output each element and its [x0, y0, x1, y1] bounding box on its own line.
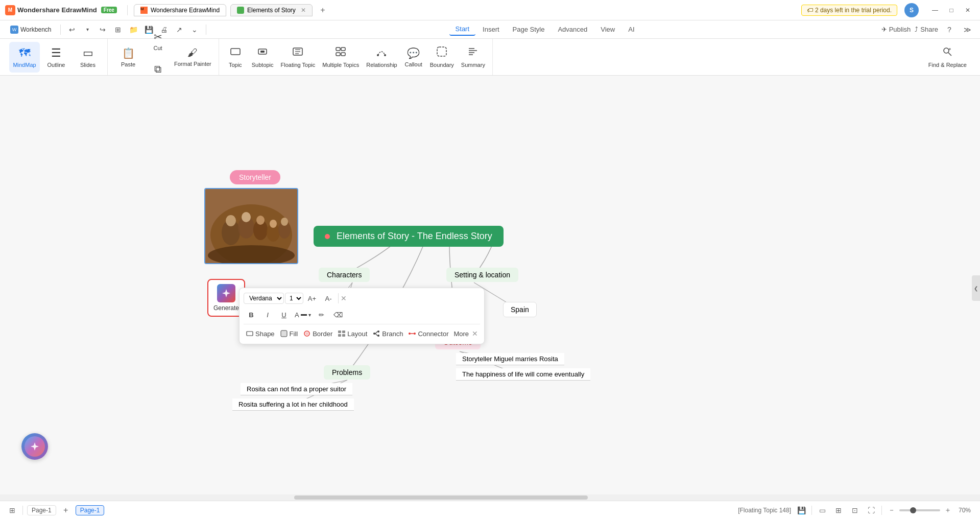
- share-button[interactable]: ⤴ Share: [915, 26, 938, 33]
- image-node[interactable]: [204, 188, 298, 264]
- menu-tab-insert[interactable]: Insert: [476, 23, 506, 36]
- tab-label-story: Elements of Story: [247, 7, 296, 14]
- bold-button[interactable]: B: [244, 308, 259, 322]
- problem-sub2-node[interactable]: Rosita suffering a lot in her childhood: [232, 398, 354, 411]
- menu-tab-start[interactable]: Start: [449, 23, 475, 36]
- font-decrease-button[interactable]: A-: [321, 291, 336, 305]
- trial-text: 2 days left in the trial period.: [815, 7, 892, 14]
- tab-edrawmind[interactable]: M Wondershare EdrawMind: [134, 4, 226, 16]
- font-family-select[interactable]: Verdana: [244, 293, 284, 304]
- highlight-button[interactable]: ✏: [314, 308, 329, 322]
- relationship-button[interactable]: Relationship: [363, 42, 400, 73]
- connector-button[interactable]: Connector: [406, 326, 450, 341]
- user-avatar[interactable]: S: [904, 3, 919, 17]
- characters-node[interactable]: Characters: [319, 268, 370, 282]
- scrollbar-thumb[interactable]: [294, 496, 588, 500]
- border-button[interactable]: Border: [301, 326, 334, 341]
- publish-button[interactable]: ✈ Publish: [881, 26, 911, 33]
- more-options-button[interactable]: More: [451, 326, 471, 341]
- shape-button[interactable]: Shape: [244, 326, 277, 341]
- topic-button[interactable]: Topic: [223, 42, 248, 73]
- view-toggle-button[interactable]: ▭: [816, 504, 828, 516]
- app-logo: M Wondershare EdrawMind Free: [5, 5, 117, 15]
- font-color-dropdown[interactable]: ▾: [308, 312, 311, 318]
- summary-button[interactable]: Summary: [458, 42, 488, 73]
- branch-button[interactable]: Branch: [370, 326, 405, 341]
- ft-collapse-icon[interactable]: ✕: [341, 294, 349, 302]
- floating-toolbar: Verdana 14 A+ A- ✕ B I U A ▾ ✏ ⌫: [239, 288, 485, 344]
- storyteller-node[interactable]: Storyteller: [230, 170, 280, 184]
- menu-tab-page-style[interactable]: Page Style: [507, 23, 551, 36]
- svg-point-50: [377, 331, 379, 333]
- add-page-button[interactable]: +: [60, 505, 71, 516]
- fill-button[interactable]: Fill: [278, 326, 300, 341]
- save-status-button[interactable]: 💾: [795, 504, 807, 516]
- add-tab-button[interactable]: +: [317, 4, 329, 16]
- page-icon-button[interactable]: ⊞: [6, 504, 18, 516]
- spain-node[interactable]: Spain: [503, 302, 537, 317]
- layout-button[interactable]: Layout: [336, 326, 369, 341]
- italic-button[interactable]: I: [260, 308, 275, 322]
- slides-view-button[interactable]: ▭ Slides: [73, 42, 103, 73]
- generate-icon: [217, 284, 235, 302]
- open-button[interactable]: 📁: [126, 22, 140, 37]
- svg-point-55: [414, 333, 416, 335]
- problem-sub1-node[interactable]: Rosita can not find a proper suitor: [241, 383, 352, 395]
- export-button[interactable]: ↗: [172, 22, 186, 37]
- horizontal-scrollbar[interactable]: [0, 494, 980, 501]
- floating-topic-button[interactable]: Floating Topic: [278, 42, 319, 73]
- fullscreen-button[interactable]: ⛶: [865, 504, 877, 516]
- fit-view-button[interactable]: ⊡: [849, 504, 861, 516]
- expand-button[interactable]: ≫: [961, 22, 975, 37]
- clear-format-button[interactable]: ⌫: [330, 308, 346, 322]
- font-color-button[interactable]: A ▾: [293, 308, 313, 322]
- setting-node[interactable]: Setting & location: [446, 268, 518, 282]
- active-page-tab[interactable]: Page-1: [76, 505, 105, 515]
- multiple-topics-button[interactable]: Multiple Topics: [319, 42, 362, 73]
- image-placeholder: [205, 189, 297, 263]
- page-indicator-button[interactable]: Page-1: [27, 505, 56, 515]
- find-replace-button[interactable]: Find & Replace: [920, 42, 975, 73]
- font-size-select[interactable]: 14: [285, 293, 303, 304]
- format-painter-button[interactable]: 🖌 Format Painter: [171, 42, 214, 73]
- help-button[interactable]: ?: [942, 22, 957, 37]
- workbench-button[interactable]: W Workbench: [5, 23, 56, 36]
- maximize-button[interactable]: □: [944, 3, 959, 17]
- new-button[interactable]: ⊞: [111, 22, 125, 37]
- undo-redo-group: ↩ ▾ ↪ ⊞ 📁 💾 🖨 ↗ ⌄: [65, 22, 202, 37]
- outcome-sub2-node[interactable]: The happiness of life will come eventual…: [456, 368, 590, 381]
- zoom-out-button[interactable]: －: [886, 505, 897, 516]
- mindmap-view-button[interactable]: 🗺 MindMap: [9, 42, 40, 73]
- underline-button[interactable]: U: [276, 308, 292, 322]
- more-button[interactable]: ⌄: [187, 22, 202, 37]
- close-button[interactable]: ✕: [961, 3, 975, 17]
- main-node[interactable]: Elements of Story - The Endless Story: [314, 226, 504, 247]
- minimize-button[interactable]: —: [928, 3, 942, 17]
- undo-button[interactable]: ↩: [65, 22, 79, 37]
- grid-view-button[interactable]: ⊞: [832, 504, 845, 516]
- ft-expand-icon[interactable]: ✕: [472, 329, 480, 338]
- menu-tab-advanced[interactable]: Advanced: [552, 23, 593, 36]
- problems-node[interactable]: Problems: [324, 365, 370, 380]
- right-panel-toggle[interactable]: ❮: [972, 275, 980, 301]
- slides-icon: ▭: [83, 46, 93, 60]
- ft-separator: [244, 324, 480, 324]
- close-tab-icon[interactable]: ✕: [301, 7, 306, 14]
- outline-view-button[interactable]: ☰ Outline: [41, 42, 71, 73]
- paste-button[interactable]: 📋 Paste: [112, 42, 145, 73]
- font-increase-button[interactable]: A+: [304, 291, 320, 305]
- subtopic-button[interactable]: Subtopic: [249, 42, 277, 73]
- zoom-slider[interactable]: [899, 509, 940, 511]
- zoom-in-button[interactable]: ＋: [942, 505, 953, 516]
- cut-button[interactable]: ✂ Cut: [146, 26, 170, 56]
- undo-dropdown[interactable]: ▾: [80, 22, 94, 37]
- menu-tab-view[interactable]: View: [594, 23, 621, 36]
- outcome-sub1-node[interactable]: Storyteller Miguel marries Rosita: [456, 353, 564, 365]
- ai-assistant-button[interactable]: [21, 433, 48, 460]
- tab-elements-of-story[interactable]: Elements of Story ✕: [230, 4, 313, 16]
- menu-tab-ai[interactable]: AI: [622, 23, 640, 36]
- boundary-button[interactable]: Boundary: [427, 42, 457, 73]
- redo-button[interactable]: ↪: [95, 22, 110, 37]
- svg-rect-0: [231, 49, 240, 55]
- callout-button[interactable]: 💬 Callout: [401, 42, 426, 73]
